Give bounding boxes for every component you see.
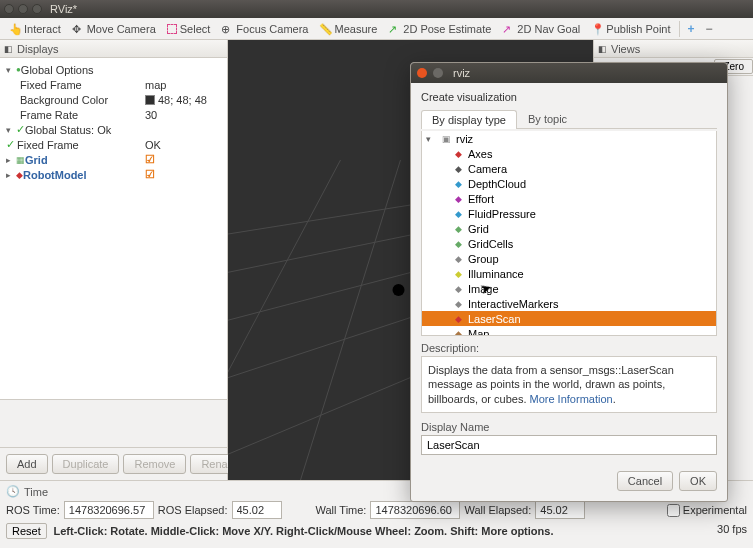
robot-model-row[interactable]: ▸◆RobotModel☑: [0, 167, 227, 182]
nav-goal-tool[interactable]: ↗2D Nav Goal: [497, 22, 585, 36]
window-maximize-button[interactable]: [32, 4, 42, 14]
type-item-image[interactable]: ◆Image: [422, 281, 716, 296]
grid-icon: ◆: [452, 223, 464, 235]
svg-point-9: [393, 284, 405, 296]
focus-camera-tool[interactable]: ⊕Focus Camera: [216, 22, 313, 36]
arrow-green-icon: ↗: [388, 23, 400, 35]
move-camera-tool[interactable]: ✥Move Camera: [67, 22, 161, 36]
wall-time-label: Wall Time:: [316, 504, 367, 516]
toolbar-separator: [679, 21, 680, 37]
pose-estimate-tool[interactable]: ↗2D Pose Estimate: [383, 22, 496, 36]
type-item-label: Group: [468, 253, 499, 265]
displays-tree[interactable]: ▾●Global Options Fixed Framemap Backgrou…: [0, 58, 227, 399]
ros-time-label: ROS Time:: [6, 504, 60, 516]
type-item-gridcells[interactable]: ◆GridCells: [422, 236, 716, 251]
fixed-frame-row[interactable]: Fixed Framemap: [0, 77, 227, 92]
type-item-label: Axes: [468, 148, 492, 160]
type-item-laserscan[interactable]: ◆LaserScan: [422, 311, 716, 326]
window-title: RViz*: [50, 3, 77, 15]
wall-elapsed-field[interactable]: [535, 501, 585, 519]
group-icon: ◆: [452, 253, 464, 265]
window-buttons: [4, 4, 42, 14]
image-icon: ◆: [452, 283, 464, 295]
display-name-input[interactable]: [421, 435, 717, 455]
dialog-titlebar[interactable]: rviz: [411, 63, 727, 83]
dialog-minimize-button[interactable]: [433, 68, 443, 78]
remove-button[interactable]: Remove: [123, 454, 186, 474]
checkbox-icon[interactable]: ☑: [145, 153, 157, 166]
gridcells-icon: ◆: [452, 238, 464, 250]
measure-tool[interactable]: 📏Measure: [314, 22, 382, 36]
clock-icon: 🕓: [6, 485, 20, 498]
type-item-label: LaserScan: [468, 313, 521, 325]
publish-point-tool[interactable]: 📍Publish Point: [586, 22, 675, 36]
type-item-grid[interactable]: ◆Grid: [422, 221, 716, 236]
type-item-fluidpressure[interactable]: ◆FluidPressure: [422, 206, 716, 221]
type-item-label: Camera: [468, 163, 507, 175]
type-item-group[interactable]: ◆Group: [422, 251, 716, 266]
more-info-link[interactable]: More Information: [530, 393, 613, 405]
frame-rate-row[interactable]: Frame Rate30: [0, 107, 227, 122]
fps-display: 30 fps: [717, 523, 747, 535]
ros-elapsed-label: ROS Elapsed:: [158, 504, 228, 516]
dialog-title: rviz: [453, 67, 470, 79]
type-item-label: Grid: [468, 223, 489, 235]
cursor-icon: 👆: [9, 23, 21, 35]
dialog-tabs: By display type By topic: [421, 109, 717, 129]
select-icon: [167, 24, 177, 34]
window-minimize-button[interactable]: [18, 4, 28, 14]
fixed-frame-status-row[interactable]: ✓Fixed FrameOK: [0, 137, 227, 152]
folder-icon: ▣: [440, 133, 452, 145]
type-item-axes[interactable]: ◆Axes: [422, 146, 716, 161]
bg-color-row[interactable]: Background Color48; 48; 48: [0, 92, 227, 107]
window-close-button[interactable]: [4, 4, 14, 14]
ros-elapsed-field[interactable]: [232, 501, 282, 519]
svg-line-5: [228, 160, 341, 480]
dialog-close-button[interactable]: [417, 68, 427, 78]
tab-by-topic[interactable]: By topic: [517, 109, 578, 128]
interact-tool[interactable]: 👆Interact: [4, 22, 66, 36]
type-item-map[interactable]: ◆Map: [422, 326, 716, 336]
add-tool-button[interactable]: +: [683, 21, 700, 37]
cancel-button[interactable]: Cancel: [617, 471, 673, 491]
type-item-depthcloud[interactable]: ◆DepthCloud: [422, 176, 716, 191]
type-item-illuminance[interactable]: ◆Illuminance: [422, 266, 716, 281]
displays-panel: ◧ Displays ▾●Global Options Fixed Framem…: [0, 40, 228, 480]
wall-time-field[interactable]: [370, 501, 460, 519]
global-options-row[interactable]: ▾●Global Options: [0, 62, 227, 77]
global-status-row[interactable]: ▾✓Global Status: Ok: [0, 122, 227, 137]
reset-button[interactable]: Reset: [6, 523, 47, 539]
grid-display-row[interactable]: ▸▦Grid☑: [0, 152, 227, 167]
pin-icon: ◧: [598, 44, 607, 54]
display-type-list[interactable]: ▾▣rviz ◆Axes◆Camera◆DepthCloud◆Effort◆Fl…: [421, 131, 717, 336]
add-button[interactable]: Add: [6, 454, 48, 474]
type-item-camera[interactable]: ◆Camera: [422, 161, 716, 176]
color-swatch: [145, 95, 155, 105]
fluidpressure-icon: ◆: [452, 208, 464, 220]
interactivemarkers-icon: ◆: [452, 298, 464, 310]
dialog-heading: Create visualization: [421, 91, 717, 103]
type-item-interactivemarkers[interactable]: ◆InteractiveMarkers: [422, 296, 716, 311]
checkbox-icon[interactable]: ☑: [145, 168, 157, 181]
ros-time-field[interactable]: [64, 501, 154, 519]
duplicate-button[interactable]: Duplicate: [52, 454, 120, 474]
create-visualization-dialog: rviz Create visualization By display typ…: [410, 62, 728, 502]
displays-panel-buttons: Add Duplicate Remove Rename: [0, 447, 227, 480]
displays-panel-header[interactable]: ◧ Displays: [0, 40, 227, 58]
views-panel-header[interactable]: ◧ Views: [594, 40, 753, 58]
type-item-effort[interactable]: ◆Effort: [422, 191, 716, 206]
minus-icon: −: [706, 22, 713, 36]
type-group-rviz[interactable]: ▾▣rviz: [422, 131, 716, 146]
plus-icon: +: [688, 22, 695, 36]
select-tool[interactable]: Select: [162, 22, 216, 36]
experimental-checkbox[interactable]: Experimental: [667, 504, 747, 517]
ok-button[interactable]: OK: [679, 471, 717, 491]
display-description-area: [0, 399, 227, 447]
type-item-label: InteractiveMarkers: [468, 298, 558, 310]
remove-tool-button[interactable]: −: [701, 21, 718, 37]
interaction-hint: Left-Click: Rotate. Middle-Click: Move X…: [54, 525, 554, 537]
description-box: Displays the data from a sensor_msgs::La…: [421, 356, 717, 413]
target-icon: ⊕: [221, 23, 233, 35]
tab-by-display-type[interactable]: By display type: [421, 110, 517, 129]
camera-icon: ◆: [452, 163, 464, 175]
